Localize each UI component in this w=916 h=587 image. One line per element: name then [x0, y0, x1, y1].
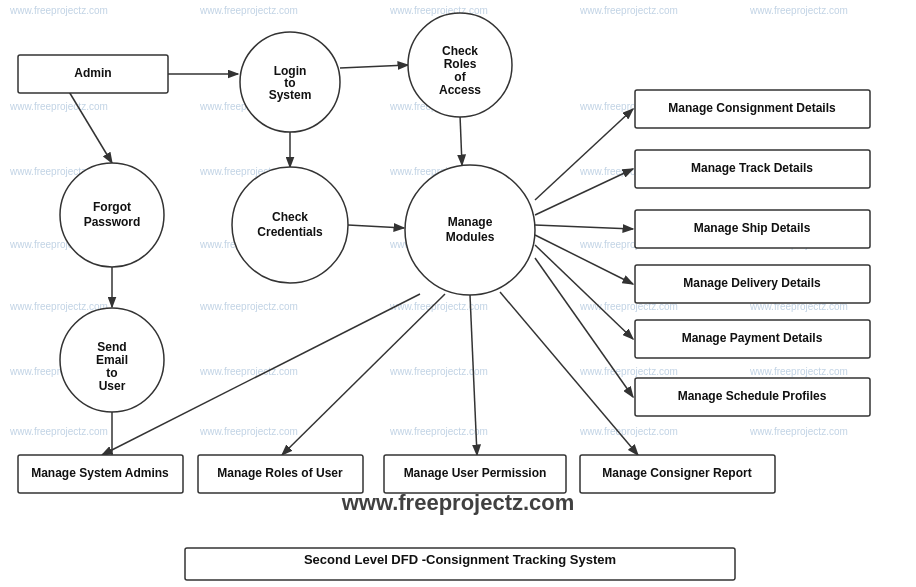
check-roles-label2: Roles	[444, 57, 477, 71]
svg-text:www.freeprojectz.com: www.freeprojectz.com	[389, 426, 488, 437]
check-cred-label2: Credentials	[257, 225, 323, 239]
admin-label: Admin	[74, 66, 111, 80]
svg-line-43	[535, 109, 633, 200]
svg-text:www.freeprojectz.com: www.freeprojectz.com	[749, 5, 848, 16]
svg-text:www.freeprojectz.com: www.freeprojectz.com	[579, 426, 678, 437]
svg-text:www.freeprojectz.com: www.freeprojectz.com	[9, 301, 108, 312]
svg-text:www.freeprojectz.com: www.freeprojectz.com	[579, 366, 678, 377]
main-watermark: www.freeprojectz.com	[341, 490, 575, 515]
manage-consignment-label: Manage Consignment Details	[668, 101, 836, 115]
svg-text:www.freeprojectz.com: www.freeprojectz.com	[749, 426, 848, 437]
manage-mod-label2: Modules	[446, 230, 495, 244]
manage-delivery-label: Manage Delivery Details	[683, 276, 821, 290]
manage-track-label: Manage Track Details	[691, 161, 813, 175]
svg-text:www.freeprojectz.com: www.freeprojectz.com	[199, 301, 298, 312]
manage-ship-label: Manage Ship Details	[694, 221, 811, 235]
svg-line-42	[348, 225, 404, 228]
check-roles-label4: Access	[439, 83, 481, 97]
svg-text:www.freeprojectz.com: www.freeprojectz.com	[199, 5, 298, 16]
svg-text:www.freeprojectz.com: www.freeprojectz.com	[579, 5, 678, 16]
login-label3: System	[269, 88, 312, 102]
svg-text:www.freeprojectz.com: www.freeprojectz.com	[199, 426, 298, 437]
manage-mod-label1: Manage	[448, 215, 493, 229]
check-cred-label1: Check	[272, 210, 308, 224]
check-roles-label1: Check	[442, 44, 478, 58]
svg-line-45	[535, 225, 633, 229]
send-email-label4: User	[99, 379, 126, 393]
manage-user-perm-label: Manage User Permission	[404, 466, 547, 480]
manage-sys-admins-label: Manage System Admins	[31, 466, 169, 480]
manage-roles-label: Manage Roles of User	[217, 466, 343, 480]
title-label: Second Level DFD -Consignment Tracking S…	[304, 552, 616, 567]
svg-text:www.freeprojectz.com: www.freeprojectz.com	[9, 426, 108, 437]
manage-consigner-report-label: Manage Consigner Report	[602, 466, 751, 480]
svg-text:www.freeprojectz.com: www.freeprojectz.com	[9, 5, 108, 16]
send-email-label2: Email	[96, 353, 128, 367]
svg-text:www.freeprojectz.com: www.freeprojectz.com	[9, 101, 108, 112]
svg-line-37	[340, 65, 408, 68]
send-email-label1: Send	[97, 340, 126, 354]
forgot-pwd-label2: Password	[84, 215, 141, 229]
diagram-container: www.freeprojectz.com www.freeprojectz.co…	[0, 0, 916, 587]
manage-payment-label: Manage Payment Details	[682, 331, 823, 345]
svg-text:www.freeprojectz.com: www.freeprojectz.com	[199, 366, 298, 377]
forgot-pwd-label1: Forgot	[93, 200, 131, 214]
send-email-label3: to	[106, 366, 117, 380]
check-roles-label3: of	[454, 70, 466, 84]
svg-text:www.freeprojectz.com: www.freeprojectz.com	[749, 366, 848, 377]
manage-schedule-label: Manage Schedule Profiles	[678, 389, 827, 403]
svg-line-39	[460, 115, 462, 165]
